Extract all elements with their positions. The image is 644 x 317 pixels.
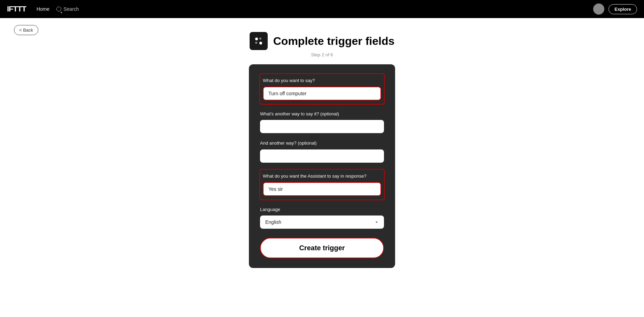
field-group-5: Language English French German Spanish I… xyxy=(260,206,384,229)
search-icon xyxy=(56,7,61,11)
page-title: Complete trigger fields xyxy=(273,35,395,48)
field-group-3: And another way? (optional) xyxy=(260,140,384,162)
field-4-input[interactable] xyxy=(263,182,381,196)
step-label: Step 2 of 6 xyxy=(311,52,333,57)
field-1-label: What do you want to say? xyxy=(263,78,381,84)
field-2-input[interactable] xyxy=(260,120,384,133)
nav-search-label: Search xyxy=(63,6,79,12)
back-button[interactable]: < Back xyxy=(14,25,38,35)
field-group-2: What's another way to say it? (optional) xyxy=(260,111,384,133)
navbar: IFTTT Home Search Explore xyxy=(0,0,644,18)
trigger-icon-box xyxy=(250,32,268,50)
avatar[interactable] xyxy=(593,3,604,15)
page-title-row: Complete trigger fields xyxy=(250,32,395,50)
nav-right-section: Explore xyxy=(593,3,637,15)
field-1-input[interactable] xyxy=(263,87,381,100)
form-card: What do you want to say? What's another … xyxy=(249,64,395,268)
create-trigger-button[interactable]: Create trigger xyxy=(260,238,384,258)
field-group-4: What do you want the Assistant to say in… xyxy=(259,169,385,200)
dot-3 xyxy=(255,42,257,44)
trigger-service-icon xyxy=(254,37,263,45)
page-header: Complete trigger fields Step 2 of 6 xyxy=(250,32,395,57)
main-content: < Back Complete trigger fields Step 2 of… xyxy=(0,0,644,317)
field-3-input[interactable] xyxy=(260,149,384,163)
field-4-label: What do you want the Assistant to say in… xyxy=(263,173,381,179)
explore-button[interactable]: Explore xyxy=(608,4,637,14)
nav-search-button[interactable]: Search xyxy=(56,6,79,12)
site-logo[interactable]: IFTTT xyxy=(7,5,26,14)
language-select[interactable]: English French German Spanish Italian Ja… xyxy=(260,216,384,229)
dot-2 xyxy=(259,38,261,40)
dot-1 xyxy=(255,38,258,40)
field-3-label: And another way? (optional) xyxy=(260,140,384,146)
nav-home-link[interactable]: Home xyxy=(37,6,49,12)
field-2-label: What's another way to say it? (optional) xyxy=(260,111,384,117)
dot-4 xyxy=(259,42,262,44)
field-5-label: Language xyxy=(260,206,384,213)
field-group-1: What do you want to say? xyxy=(259,73,385,105)
